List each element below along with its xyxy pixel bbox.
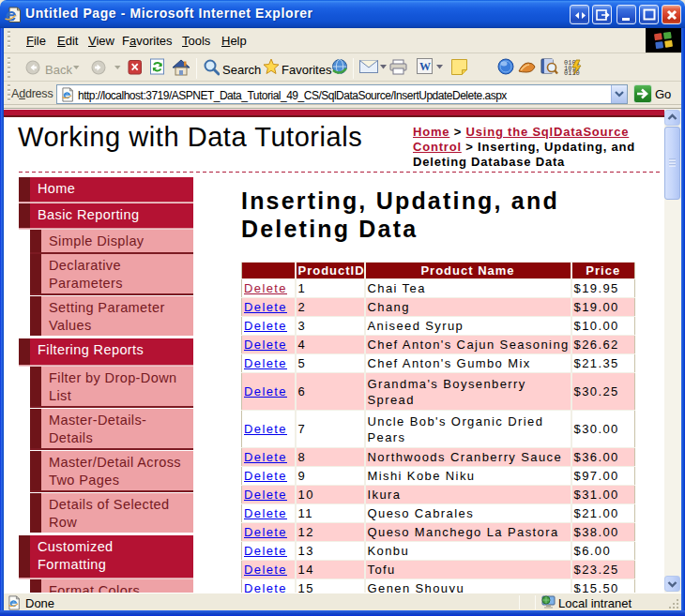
svg-text:W: W [419, 60, 431, 73]
